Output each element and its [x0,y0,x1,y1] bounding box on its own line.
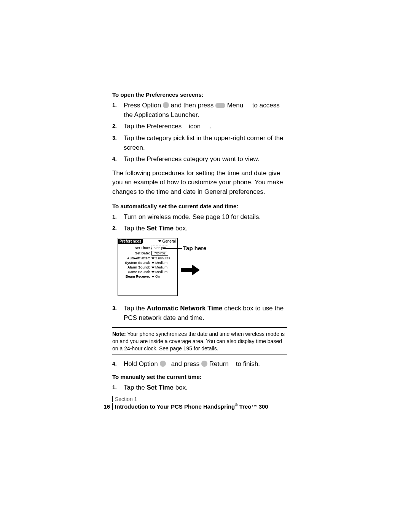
steps-open-preferences: 1. Press Option and then press Menu to a… [112,101,287,164]
step-number: 1. [112,213,117,220]
footer-page-number: 16 [100,403,112,410]
palm-preferences-window: Preferences General Set Time: 5:56 pm Se… [118,238,178,296]
prefs-category-picklist[interactable]: General [158,239,177,243]
step-item: 1. Tap the Set Time box. [112,383,287,393]
text-fragment: box. [174,225,188,232]
prefs-label: Auto-off after: [118,256,151,260]
prefs-row-alarm-sound: Alarm Sound: Medium [118,265,175,269]
prefs-label: Alarm Sound: [118,265,151,269]
page-footer: Section 1 16 Introduction to Your PCS Ph… [100,396,290,410]
step-text: Tap the category pick list in the upper-… [124,134,284,151]
note-text: Your phone synchronizes the date and tim… [112,331,285,351]
step-item: 2. Tap the Set Time box. [112,224,287,233]
dropdown-triangle-icon[interactable] [151,257,155,259]
step-number: 2. [112,122,117,130]
prefs-value: Medium [155,265,167,269]
step-number: 4. [112,155,117,163]
prefs-titlebar: Preferences General [118,238,177,244]
text-fragment: Tap the [124,225,145,232]
bold-term: Set Time [147,384,174,391]
note-label: Note: [112,331,126,337]
step-item: 3. Tap the Automatic Network Time check … [112,304,287,323]
note-block: Note: Your phone synchronizes the date a… [112,331,287,352]
step-number: 1. [112,383,117,391]
text-fragment: and press [171,360,200,367]
text-fragment: to finish. [236,360,260,367]
step-text: Tap the Set Time box. [124,384,188,391]
option-key-icon [163,102,169,108]
return-key-icon [201,361,207,367]
step-item: 4. Tap the Preferences category you want… [112,155,287,164]
dropdown-triangle-icon[interactable] [151,267,155,268]
option-key-icon [160,361,166,367]
dropdown-triangle-icon[interactable] [151,262,155,264]
dropdown-triangle-icon [158,240,161,242]
steps-manual-set: 1. Tap the Set Time box. [112,383,287,393]
step-item: 1. Turn on wireless mode. See page 10 fo… [112,212,287,222]
text-fragment: Hold Option [124,360,158,367]
prefs-title: Preferences [118,239,143,244]
prefs-value: 2 minutes [155,256,170,260]
step-number: 2. [112,224,117,232]
heading-open-preferences: To open the Preferences screens: [112,91,287,98]
prefs-label: System Sound: [118,261,151,265]
text-fragment: Return [209,360,229,367]
step-text: Turn on wireless mode. See page 10 for d… [124,213,261,220]
divider-thick [112,327,287,328]
steps-auto-set: 1. Turn on wireless mode. See page 10 fo… [112,212,287,233]
prefs-value: Medium [155,270,167,274]
text-fragment: Tap the Preferences [124,123,182,130]
prefs-value: Medium [155,261,167,265]
set-time-box[interactable]: 5:56 pm [151,246,168,250]
menu-key-icon [215,103,225,108]
step-text: Tap the Preferences icon . [124,123,212,130]
step-text: Hold Option and press Return to finish. [124,360,260,367]
footer-line: 16 Introduction to Your PCS Phone Handsp… [100,403,290,410]
step-number: 1. [112,101,117,109]
text-fragment: Introduction to Your PCS Phone Handsprin… [115,403,235,410]
text-fragment: . [210,123,212,130]
prefs-label: Game Sound: [118,270,151,274]
prefs-row-system-sound: System Sound: Medium [118,261,175,265]
text-fragment: icon [189,123,201,130]
prefs-value: On [155,275,160,278]
step-item: 3. Tap the category pick list in the upp… [112,134,287,152]
prefs-row-auto-off: Auto-off after: 2 minutes [118,256,175,260]
heading-manual-set: To manually set the current time: [112,374,287,380]
step-number: 4. [112,360,117,367]
arrow-right-icon [181,265,200,275]
step-number: 3. [112,304,117,312]
prefs-row-set-date: Set Date: 7/24/02 [118,251,175,256]
text-fragment: and then press [171,102,213,109]
bold-term: Automatic Network Time [147,305,223,312]
prefs-row-beam-receive: Beam Receive: On [118,275,175,278]
step-item: 2. Tap the Preferences icon . [112,122,287,131]
step-number: 3. [112,134,117,142]
dropdown-triangle-icon[interactable] [151,276,155,278]
paragraph: The following procedures for setting the… [112,169,287,197]
text-fragment: Press Option [124,102,161,109]
prefs-rows: Set Time: 5:56 pm Set Date: 7/24/02 Auto… [118,244,177,278]
prefs-label: Set Date: [118,251,151,255]
callout-leader-line [163,248,182,249]
page: To open the Preferences screens: 1. Pres… [0,0,411,532]
prefs-row-game-sound: Game Sound: Medium [118,270,175,274]
text-fragment: Tap the [124,384,145,391]
text-fragment: Applications Launcher. [134,111,199,118]
content-column: To open the Preferences screens: 1. Pres… [112,88,287,397]
set-date-box[interactable]: 7/24/02 [151,251,168,256]
step-item: 1. Press Option and then press Menu to a… [112,101,287,120]
step-text: Tap the Set Time box. [124,225,188,232]
registered-symbol: ® [235,403,237,407]
bold-term: Set Time [147,225,174,232]
step-text: Tap the Automatic Network Time check box… [124,305,284,321]
dropdown-triangle-icon[interactable] [151,271,155,273]
text-fragment: Tap the [124,305,145,312]
preferences-screenshot: Preferences General Set Time: 5:56 pm Se… [112,238,287,297]
prefs-label: Set Time: [118,246,151,250]
footer-section-label: Section 1 [112,396,290,402]
text-fragment: Menu [227,102,244,109]
step-text: Tap the Preferences category you want to… [124,155,259,163]
steps-auto-set-continued: 3. Tap the Automatic Network Time check … [112,304,287,323]
text-fragment: box. [174,384,188,391]
